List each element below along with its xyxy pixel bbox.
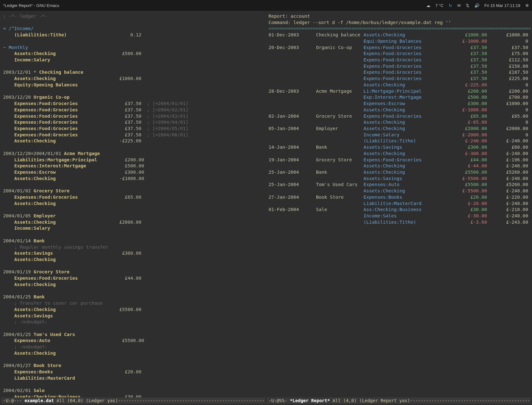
source-line[interactable]: Expenses:Interest:Mortgage £500.00	[3, 163, 263, 169]
report-row[interactable]: Liabilitie:MasterCard£-20.00£-240.00	[269, 201, 529, 207]
source-line[interactable]: Assets:Savings £300.00	[3, 250, 263, 257]
source-line[interactable]: Expenses:Food:Groceries £37.50 ; [=2004/…	[3, 101, 263, 107]
refresh-icon[interactable]: ↻	[449, 3, 452, 8]
source-line[interactable]	[3, 288, 263, 294]
report-row[interactable]: 02-Jan-2004Grocery StoreExpens:Food:Groc…	[269, 113, 529, 120]
source-line[interactable]	[3, 381, 263, 388]
source-line[interactable]: Expenses:Food:Groceries £65.00	[3, 194, 263, 201]
source-line[interactable]: Expenses:Food:Groceries £37.50 ; [=2004/…	[3, 119, 263, 126]
source-line[interactable]: ~ Monthly	[3, 45, 263, 51]
settings-icon[interactable]: ✲	[525, 3, 529, 8]
report-row[interactable]: Assets:Checking£-1000.000	[269, 107, 529, 113]
source-line[interactable]: Assets:Checking £500.00	[3, 51, 263, 57]
source-line[interactable]: Assets:Savings	[3, 313, 263, 319]
report-row[interactable]: 25-Jan-2004Tom's Used CarsExpenses:Auto£…	[269, 182, 529, 188]
source-line[interactable]: = /^Income/	[3, 26, 263, 32]
source-line[interactable]: Assets:Checking £2000.00	[3, 219, 263, 226]
report-row[interactable]: Expens:Food:Groceries£37.50£150.00	[269, 63, 529, 70]
source-line[interactable]: Assets:Checking £5500.00	[3, 307, 263, 313]
report-row[interactable]: Exp:Interest:Mortgage£500.00£700.00	[269, 94, 529, 101]
network-icon[interactable]: ⇅	[466, 3, 469, 8]
report-row[interactable]: Income:Salary£-2000.000	[269, 132, 529, 138]
report-row[interactable]: (Liabilities:Tithe)£-3.60£-243.60	[269, 219, 529, 226]
report-row[interactable]: Expens:Food:Groceries£37.50£75.00	[269, 51, 529, 57]
report-row[interactable]: Assets:Checking£-65.000	[269, 119, 529, 126]
report-row[interactable]: 14-Jan-2004BankAssets:Savings£300.00£60.…	[269, 144, 529, 151]
source-line[interactable]: ; Transfer to cover car purchase	[3, 300, 263, 307]
report-row[interactable]: Assets:Checking£-44.00£-240.00	[269, 163, 529, 169]
source-line[interactable]: 2004/02/01 Sale	[3, 388, 263, 394]
report-row[interactable]: 19-Jan-2004Grocery StoreExpens:Food:Groc…	[269, 157, 529, 163]
source-line[interactable]: Expenses:Food:Groceries £37.50 ; [=2004/…	[3, 113, 263, 120]
source-line[interactable]	[3, 20, 263, 26]
source-line[interactable]	[3, 207, 263, 213]
source-line[interactable]: ; :nobudget:	[3, 344, 263, 350]
report-row[interactable]: Assets:Savings£-5500.00£-240.00	[269, 176, 529, 182]
source-line[interactable]: ; -*- ledger -*-	[3, 13, 263, 20]
source-line[interactable]: Expenses:Food:Groceries £37.50 ; [=2004/…	[3, 107, 263, 113]
source-line[interactable]: ; Regular monthly savings transfer	[3, 244, 263, 251]
report-row[interactable]: Expens:Food:Groceries£37.50£187.50	[269, 69, 529, 76]
source-line[interactable]: ; :nobudget:	[3, 319, 263, 325]
source-line[interactable]: Assets:Checking	[3, 201, 263, 207]
ledger-report-buffer[interactable]: Report: accountCommand: ledger --sort d …	[267, 12, 531, 397]
source-line[interactable]: Expenses:Auto £5500.00	[3, 338, 263, 344]
report-row[interactable]: Assets:Checking£-300.00£-240.00	[269, 151, 529, 157]
source-line[interactable]	[3, 182, 263, 188]
source-line[interactable]: 2004/01/19 Grocery Store	[3, 269, 263, 275]
source-line[interactable]	[3, 88, 263, 95]
source-line[interactable]: 2004/01/25 Bank	[3, 294, 263, 300]
report-row[interactable]: Equi:Opening Balances£-1000.000	[269, 38, 529, 45]
source-line[interactable]: Expenses:Food:Groceries £37.50 ; [=2004/…	[3, 126, 263, 132]
report-row[interactable]: Assets:Checking£-225.000	[269, 82, 529, 88]
source-line[interactable]: Liabilities:Mortgage:Principal £200.00	[3, 157, 263, 163]
report-row[interactable]: 27-Jan-2004Book StoreExpenses:Books£20.0…	[269, 194, 529, 201]
source-line[interactable]	[3, 144, 263, 151]
report-row[interactable]: Assets:Checking£-5500.00£-240.00	[269, 188, 529, 194]
mail-icon[interactable]: ✉	[457, 3, 461, 8]
right-window[interactable]: Report: accountCommand: ledger --sort d …	[267, 12, 531, 404]
source-line[interactable]: Income:Salary	[3, 225, 263, 232]
report-row[interactable]: Expens:Food:Groceries£37.50£112.50	[269, 57, 529, 63]
source-line[interactable]: 2003/12/01 * Checking balance	[3, 69, 263, 76]
source-line[interactable]: (Liabilities:Tithe) 0.12	[3, 32, 263, 38]
source-line[interactable]: Assets:Checking £1000.00	[3, 76, 263, 82]
report-row[interactable]: Expens:Food:Groceries£37.50£225.00	[269, 76, 529, 82]
source-line[interactable]: Expenses:Books £20.00	[3, 369, 263, 375]
report-row[interactable]: 20-Dec-2003Organic Co-opExpens:Food:Groc…	[269, 45, 529, 51]
report-row[interactable]: 28-Dec-2003Acme MortgageLi:Mortgage:Prin…	[269, 88, 529, 95]
source-line[interactable]: 2004/01/27 Book Store	[3, 363, 263, 369]
source-line[interactable]: Expenses:Food:Groceries £37.50 ; [=2004/…	[3, 132, 263, 138]
source-line[interactable]	[3, 38, 263, 45]
report-row[interactable]: Expenses:Escrow£300.00£1000.00	[269, 101, 529, 107]
source-line[interactable]: Assets:Checking:Business £30.00	[3, 394, 263, 397]
source-line[interactable]: Assets:Checking	[3, 257, 263, 263]
source-line[interactable]: 2003/12/20 Organic Co-op	[3, 94, 263, 101]
source-line[interactable]: Income:Salary	[3, 57, 263, 63]
source-line[interactable]: 2003/12/28=2004/01/01 Acme Mortgage	[3, 151, 263, 157]
source-line[interactable]: Expenses:Food:Groceries £44.00	[3, 275, 263, 282]
source-line[interactable]: Expenses:Escrow £300.00	[3, 169, 263, 176]
source-line[interactable]: Assets:Checking	[3, 282, 263, 288]
source-line[interactable]: Equity:Opening Balances	[3, 82, 263, 88]
report-row[interactable]: 05-Jan-2004EmployerAssets:Checking£2000.…	[269, 126, 529, 132]
source-line[interactable]	[3, 63, 263, 70]
source-line[interactable]: 2004/01/25 Tom's Used Cars	[3, 332, 263, 338]
source-line[interactable]: 2004/01/14 Bank	[3, 238, 263, 244]
source-line[interactable]	[3, 263, 263, 269]
source-line[interactable]	[3, 232, 263, 238]
left-window[interactable]: ; -*- ledger -*- = /^Income/ (Liabilitie…	[1, 12, 265, 404]
source-line[interactable]: Assets:Checking	[3, 350, 263, 357]
report-row[interactable]: 25-Jan-2004BankAssets:Checking£5500.00£5…	[269, 169, 529, 176]
source-line[interactable]: 2004/01/05 Employer	[3, 213, 263, 219]
source-line[interactable]: Liabilities:MasterCard	[3, 375, 263, 382]
source-line[interactable]: 2004/01/02 Grocery Store	[3, 188, 263, 194]
report-row[interactable]: 01-Dec-2003Checking balanceAssets:Checki…	[269, 32, 529, 38]
source-line[interactable]	[3, 325, 263, 332]
source-line[interactable]	[3, 357, 263, 363]
report-row[interactable]: (Liabilities:Tithe)£-240.00£-240.00	[269, 138, 529, 144]
source-line[interactable]: Assets:Checking -£1000.00	[3, 176, 263, 182]
report-row[interactable]: 01-Feb-2004SaleAss:Checking:Business£30.…	[269, 207, 529, 213]
source-line[interactable]: Assets:Checking -£225.00	[3, 138, 263, 144]
report-row[interactable]: Income:Sales£-30.00£-240.00	[269, 213, 529, 219]
